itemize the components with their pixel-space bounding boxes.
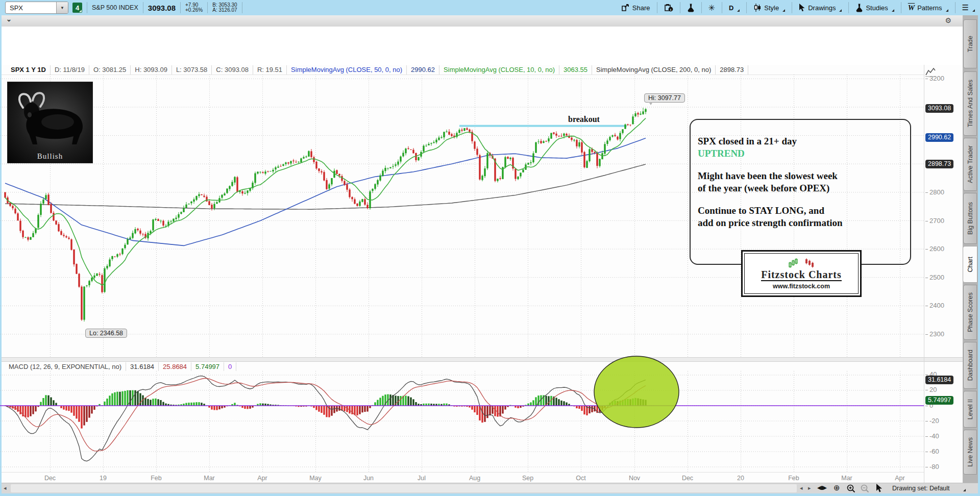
sidebar-tab-times-and-sales[interactable]: Times And Sales [963,71,977,136]
sidebar-tab-big-buttons[interactable]: Big Buttons [963,193,977,244]
svg-text:i: i [670,7,671,11]
dropdown-corner-icon [839,9,842,12]
axis-tick-label: 2500 [925,274,944,281]
last-price: 3093.08 [148,4,176,12]
scroll-right-arrow-icon[interactable]: ▸ [808,485,811,491]
chart-header-cell: 3063.55 [559,65,592,75]
chart-header-cell: L: 3073.58 [172,65,212,75]
macd-header-cell: 5.74997 [191,362,224,371]
month-tick-label: Feb [145,475,167,482]
divider [901,2,901,13]
axis-tick-label: 2700 [925,217,944,225]
axis-tick-label: 2600 [925,245,944,253]
chevron-down-icon[interactable]: ▼ [56,2,68,13]
month-tick-label: Oct [570,475,592,482]
sidebar-tab-trade[interactable]: Trade [963,19,977,68]
note-line: Continue to STAY LONG, and [698,205,910,217]
timeframe-label: D [729,4,733,12]
axis-tick-label: 2300 [925,330,944,338]
month-tick-label: Dec [39,475,61,482]
sidebar-tab-phase-scores[interactable]: Phase Scores [963,285,977,340]
chart-scrollbar[interactable] [11,484,797,492]
sidebar-tab-live-news[interactable]: Live News [963,430,977,475]
settings-button[interactable]: ✳ [706,3,717,13]
candlestick-style-icon [753,4,762,12]
watchlist-badge[interactable]: 4 [72,3,82,13]
sidebar-tab-chart[interactable]: Chart [963,246,977,283]
divider [848,2,849,13]
breakout-label[interactable]: breakout [568,115,600,124]
sidebar-tab-label: Active Trader [967,145,974,183]
panel-gear-icon[interactable]: ⚙ [945,16,951,24]
axis-price-badge: 2898.73 [925,160,953,168]
chart-header-cell: C: 3093.08 [212,65,253,75]
month-tick-label: Mar [836,475,858,482]
sidebar-tab-dashboard[interactable]: Dashboard [963,342,977,389]
chart-header-cell: SPX 1 Y 1D [2,65,51,75]
share-button[interactable]: Share [619,4,652,12]
instrument-name: S&P 500 INDEX [92,4,138,11]
dropdown-corner-icon [892,9,894,12]
drawing-set-selector[interactable]: Drawing set: Default [892,485,950,492]
timeframe-button[interactable]: D [727,4,742,12]
title-bar: SPX ▼ 4 S&P 500 INDEX 3093.08 +7.90 +0.2… [0,0,980,15]
crosshair-icon[interactable]: ⊕ [834,483,840,492]
flag-info-icon: i [664,4,673,12]
month-tick-label: Feb [782,475,805,482]
sidebar-tab-active-trader[interactable]: Active Trader [963,138,977,191]
axis-tick-label: 20 [925,386,937,393]
month-tick-label: Mar [198,475,220,482]
note-line: UPTREND [698,147,910,160]
sidebar-tab-level-ii[interactable]: Level II [963,391,977,428]
zigzag-icon[interactable] [925,67,936,79]
trade-panel-collapse-bar[interactable]: ⌄ ⚙ [2,15,963,27]
macd-chart[interactable] [0,371,924,472]
flag-report-button[interactable]: i [662,4,675,12]
pointer-cursor-icon[interactable] [875,484,883,494]
chart-menu-button[interactable]: ☰ [960,3,977,12]
macd-highlight-circle[interactable] [594,356,679,428]
drawings-button[interactable]: Drawings [797,4,844,12]
note-line: of the year (week before OPEX) [698,182,910,194]
zoom-in-icon[interactable] [846,484,855,495]
pan-icon[interactable]: ◀▮▶ [817,485,826,490]
chart-header-cell: SimpleMovingAvg (CLOSE, 200, 0, no) [592,65,716,75]
symbol-select[interactable]: SPX ▼ [5,2,68,14]
ask-value: A: 3126.07 [212,8,237,13]
flask-icon [855,4,863,12]
note-line [698,160,910,170]
collapse-chevron-icon[interactable]: ⌄ [6,15,12,23]
time-axis[interactable]: Dec19FebMarAprMayJunJulAugSepOctNovDec20… [2,472,924,483]
note-line: SPX closed in a 21+ day [698,135,910,147]
high-badge[interactable]: Hi: 3097.77 [644,93,685,103]
sidebar-tab-label: Trade [967,36,974,52]
logo-title: Fitzstock Charts [761,269,842,281]
sidebar-tab-label: Live News [967,437,974,467]
studies-button[interactable]: Studies [853,4,896,12]
low-badge[interactable]: Lo: 2346.58 [85,329,127,338]
note-line: add on price strength confirmation [698,217,910,229]
style-button[interactable]: Style [751,4,787,12]
dropdown-corner-icon [963,489,966,491]
sidebar-tab-label: Level II [967,399,974,419]
patterns-button[interactable]: W Patterns [906,4,950,12]
month-tick-label: Dec [676,475,699,482]
note-line: Might have been the slowest week [698,170,910,182]
macd-header-cell: 31.6184 [126,362,159,371]
studies-label: Studies [866,4,888,12]
axis-separator [924,65,924,483]
chart-header-cell: SimpleMovingAvg (CLOSE, 10, 0, no) [439,65,559,75]
chart-header-cell: H: 3093.09 [131,65,172,75]
sidebar-tab-label: Times And Sales [967,80,974,127]
analysis-tools-button[interactable] [685,4,697,12]
macd-header-row: MACD (12, 26, 9, EXPONENTIAL, no)31.6184… [2,362,924,371]
scroll-left-arrow-icon[interactable]: ◂ [800,485,803,491]
axis-tick-label: -20 [925,417,939,425]
axis-price-badge: 31.6184 [925,376,953,384]
pane-divider[interactable] [2,357,963,362]
zoom-out-icon[interactable] [860,484,869,495]
month-tick-label: Sep [517,475,539,482]
sidebar-tab-label: Dashboard [967,350,974,381]
analysis-note-box[interactable]: SPX closed in a 21+ dayUPTRENDMight have… [690,119,911,265]
scroll-left-icon[interactable]: ◂ [4,485,7,491]
